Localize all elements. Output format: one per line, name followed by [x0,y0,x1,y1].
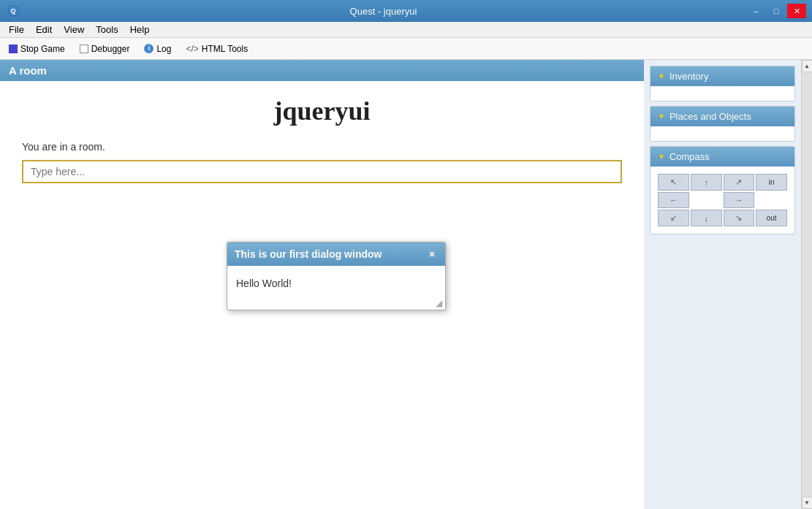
room-header: A room [0,60,644,81]
main-scrollbar: ▲ ▼ [801,60,812,509]
compass-n[interactable]: ↑ [691,174,722,191]
app-icon: Q [6,4,20,18]
stop-icon [9,45,18,53]
html-tools-button[interactable]: </> HTML Tools [180,40,254,58]
toolbar: Stop Game Debugger i Log </> HTML Tools [0,38,812,60]
maximize-button[interactable]: □ [767,4,786,18]
right-panel: ▼ Inventory ▼ Places and Objects ▼ Compa… [644,60,801,509]
svg-text:Q: Q [10,7,15,15]
stop-game-label: Stop Game [20,44,65,54]
game-input[interactable] [22,160,622,183]
menu-view[interactable]: View [58,23,90,37]
title-bar: Q Quest - jqueryui – □ ✕ [0,0,812,22]
compass-out[interactable]: out [756,210,787,226]
scroll-up-button[interactable]: ▲ [802,60,813,72]
inventory-arrow: ▼ [658,72,665,80]
compass-se[interactable]: ↘ [724,210,755,226]
dialog-close-button[interactable]: × [426,248,438,260]
compass-e[interactable]: → [724,192,755,208]
dialog-body-text: Hello World! [236,278,292,289]
game-room-text: You are in a room. [22,141,622,153]
inventory-panel: ▼ Inventory [650,66,795,102]
main-area: A room jqueryui You are in a room. This … [0,60,812,509]
compass-center [691,192,722,208]
info-icon: i [144,44,153,53]
game-content: jqueryui You are in a room. This is our … [0,81,644,509]
compass-in[interactable]: in [756,174,787,191]
compass-ne[interactable]: ↗ [724,174,755,191]
minimize-button[interactable]: – [746,4,765,18]
places-arrow: ▼ [658,112,665,120]
compass-body: ↖ ↑ ↗ in ← → ↙ ↓ ↘ out [650,167,794,234]
dialog-title: This is our first dialog window [235,248,382,260]
room-title: A room [9,64,47,77]
places-label: Places and Objects [669,111,751,122]
menu-tools[interactable]: Tools [90,23,124,37]
compass-panel: ▼ Compass ↖ ↑ ↗ in ← → ↙ ↓ [650,146,795,234]
dialog-resize-handle[interactable]: ◢ [436,298,442,308]
debugger-label: Debugger [91,44,130,54]
compass-grid: ↖ ↑ ↗ in ← → ↙ ↓ ↘ out [653,169,792,231]
dialog-body: Hello World! ◢ [227,266,445,310]
game-inner: jqueryui You are in a room. [0,81,644,198]
game-panel: A room jqueryui You are in a room. This … [0,60,644,509]
close-button[interactable]: ✕ [787,4,806,18]
log-button[interactable]: i Log [138,40,177,58]
game-main-title: jqueryui [22,96,622,126]
debugger-icon [80,45,88,53]
debugger-button[interactable]: Debugger [74,40,136,58]
places-body [650,126,794,141]
inventory-header[interactable]: ▼ Inventory [650,66,794,86]
compass-empty [756,192,787,208]
inventory-label: Inventory [669,71,708,82]
html-tools-icon: </> [186,44,198,54]
stop-game-button[interactable]: Stop Game [3,40,71,58]
inventory-body [650,86,794,101]
dialog-box: This is our first dialog window × Hello … [227,242,446,310]
compass-arrow: ▼ [658,153,665,161]
compass-s[interactable]: ↓ [691,210,722,226]
menu-bar: File Edit View Tools Help [0,22,812,38]
scroll-down-button[interactable]: ▼ [802,497,813,509]
window-title: Quest - jqueryui [20,6,746,17]
compass-w[interactable]: ← [658,192,689,208]
dialog-header: This is our first dialog window × [227,242,445,266]
menu-help[interactable]: Help [124,23,156,37]
compass-nw[interactable]: ↖ [658,174,689,191]
menu-file[interactable]: File [3,23,30,37]
scroll-track[interactable] [802,72,812,497]
window-controls: – □ ✕ [746,4,806,18]
html-tools-label: HTML Tools [202,44,248,54]
places-header[interactable]: ▼ Places and Objects [650,107,794,126]
log-label: Log [156,44,171,54]
compass-header[interactable]: ▼ Compass [650,147,794,167]
menu-edit[interactable]: Edit [30,23,58,37]
compass-label: Compass [669,151,710,162]
compass-sw[interactable]: ↙ [658,210,689,226]
places-panel: ▼ Places and Objects [650,106,795,142]
